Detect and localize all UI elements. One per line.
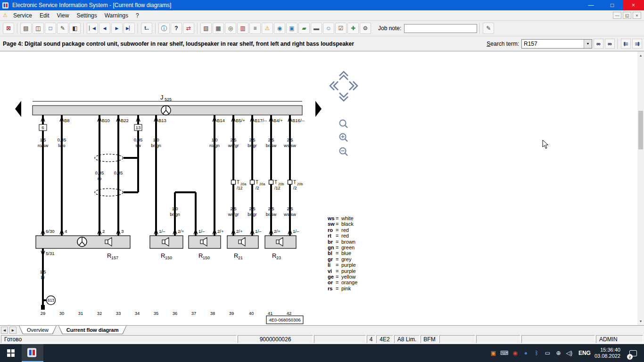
- pan-right-button[interactable]: [349, 82, 357, 90]
- job-note-edit-button[interactable]: ✎: [483, 23, 494, 34]
- internet-button[interactable]: ◉: [274, 23, 285, 34]
- legend-row: sw=black: [328, 221, 357, 227]
- new-job-button[interactable]: □: [45, 23, 56, 34]
- maintenance-tables-button[interactable]: ▦: [213, 23, 224, 34]
- switch-document-button[interactable]: ⇄: [183, 23, 194, 34]
- tab-current-flow-diagram[interactable]: Current flow diagram: [58, 326, 127, 334]
- close-button[interactable]: ×: [623, 0, 644, 10]
- svg-text:T: T: [274, 180, 277, 185]
- zoom-out-button[interactable]: [340, 148, 348, 156]
- vehicle-button[interactable]: ▬: [311, 23, 322, 34]
- svg-text:R: R: [234, 252, 238, 259]
- info-button[interactable]: ⓘ: [158, 23, 170, 34]
- wiring-diagrams-button[interactable]: ▥: [237, 23, 248, 34]
- print-button[interactable]: ▤: [20, 23, 32, 34]
- tab-scroll-right-button[interactable]: ▶: [9, 327, 17, 334]
- clock[interactable]: 15:36:40 03.08.2022: [594, 347, 620, 359]
- action-center-button[interactable]: 2: [626, 344, 640, 362]
- pan-down-button[interactable]: [339, 93, 348, 101]
- svg-text:2,5: 2,5: [287, 137, 293, 142]
- menu-help[interactable]: ?: [132, 11, 143, 20]
- toolbar-separator: [155, 23, 156, 33]
- tab-scroll-left-button[interactable]: ◀: [1, 327, 8, 334]
- esis-taskbar-button[interactable]: [22, 344, 43, 362]
- svg-text:21: 21: [238, 255, 243, 260]
- pan-up-button[interactable]: [339, 72, 348, 80]
- internet-icon: ◉: [277, 25, 282, 31]
- legend-row: rt=red: [328, 233, 357, 239]
- first-page-button[interactable]: ▏◀: [87, 23, 98, 34]
- customer-button[interactable]: ☺: [323, 23, 334, 34]
- tools-button[interactable]: ✚: [347, 23, 359, 34]
- last-page-button[interactable]: ▶▏: [124, 23, 135, 34]
- checklist-button[interactable]: ☑: [335, 23, 347, 34]
- warnings-button[interactable]: ⚠: [262, 23, 273, 34]
- print-preview-button[interactable]: ◫: [33, 23, 44, 34]
- search-all-button[interactable]: ∞: [605, 39, 615, 49]
- edit-job-button[interactable]: ✎: [57, 23, 68, 34]
- dropdown-arrow-icon[interactable]: ▼: [584, 40, 592, 48]
- ground-symbol: 613: [47, 296, 56, 305]
- next-match-button[interactable]: ⇉: [632, 39, 642, 49]
- pan-left-button[interactable]: [330, 82, 338, 90]
- volume-tray-icon[interactable]: ◁): [564, 344, 575, 362]
- zoom-in-button[interactable]: [340, 134, 348, 142]
- scroll-up-arrow[interactable]: ▲: [637, 51, 644, 59]
- time-text: 15:36:40: [594, 347, 620, 353]
- clamp-symbol: [161, 106, 171, 115]
- mdi-restore-button[interactable]: ◱: [623, 12, 631, 19]
- vertical-scrollbar[interactable]: ▲ ▼: [637, 51, 644, 325]
- svg-text:ws/gr: ws/gr: [228, 212, 239, 217]
- menu-settings[interactable]: Settings: [73, 11, 100, 20]
- start-button[interactable]: [0, 344, 22, 362]
- svg-text:1/–: 1/–: [159, 229, 165, 234]
- zoom-tool-button[interactable]: [340, 120, 348, 128]
- blue-app-tray-icon[interactable]: ●: [520, 344, 531, 362]
- monitor-button[interactable]: ▣: [286, 23, 297, 34]
- svg-text:150: 150: [203, 255, 210, 260]
- previous-page-button[interactable]: ◀: [99, 23, 110, 34]
- tab-overview[interactable]: Overview: [19, 326, 57, 334]
- copy-button[interactable]: ◧: [69, 23, 81, 34]
- documents-button[interactable]: ▰: [298, 23, 310, 34]
- svg-text:R: R: [198, 252, 203, 259]
- battery-tray-icon[interactable]: ▭: [542, 344, 553, 362]
- legend-row: rs=pink: [328, 286, 357, 291]
- next-diagram-page-arrow[interactable]: [315, 101, 322, 117]
- minimize-button[interactable]: —: [580, 0, 602, 10]
- mdi-minimize-button[interactable]: —: [613, 12, 621, 19]
- vehicle-data-button[interactable]: ▧: [200, 23, 212, 34]
- red-app-tray-icon[interactable]: ◉: [510, 344, 520, 362]
- previous-match-button[interactable]: ⇇: [621, 39, 631, 49]
- touch-keyboard-tray-icon[interactable]: ⌨: [499, 344, 510, 362]
- exit-button[interactable]: ⊠: [3, 23, 14, 34]
- search-term-combobox[interactable]: ▼: [521, 39, 592, 49]
- track-jump-icon: t..: [145, 26, 149, 31]
- track-jump-button[interactable]: t..: [141, 23, 152, 34]
- mdi-close-button[interactable]: ×: [633, 12, 641, 19]
- scroll-down-arrow[interactable]: ▼: [637, 317, 644, 325]
- svg-text:41: 41: [268, 311, 273, 316]
- search-term-input[interactable]: [522, 41, 584, 47]
- menu-edit[interactable]: Edit: [36, 11, 53, 20]
- work-list-button[interactable]: ≡: [249, 23, 261, 34]
- help-button[interactable]: ?: [171, 23, 182, 34]
- menu-view[interactable]: View: [53, 11, 73, 20]
- menu-service[interactable]: Service: [9, 11, 36, 20]
- inspection-button[interactable]: ◎: [225, 23, 236, 34]
- next-match-icon: ⇉: [635, 41, 639, 47]
- menu-warnings[interactable]: Warnings: [101, 11, 132, 20]
- svg-text:4: 4: [65, 229, 67, 234]
- maximize-button[interactable]: □: [602, 0, 623, 10]
- svg-text:li/ro: li/ro: [58, 143, 65, 148]
- orange-app-tray-icon[interactable]: ▣: [488, 344, 499, 362]
- network-tray-icon[interactable]: ⊕: [553, 344, 564, 362]
- scrollbar-thumb[interactable]: [638, 111, 643, 149]
- bluetooth-tray-icon[interactable]: ᛒ: [531, 344, 542, 362]
- previous-diagram-page-arrow[interactable]: [15, 101, 21, 117]
- language-indicator[interactable]: ENG: [578, 350, 591, 356]
- next-page-button[interactable]: ▶: [111, 23, 123, 34]
- job-note-input[interactable]: [404, 24, 477, 33]
- settings-button[interactable]: ⚙: [360, 23, 371, 34]
- search-button[interactable]: ∞: [594, 39, 603, 49]
